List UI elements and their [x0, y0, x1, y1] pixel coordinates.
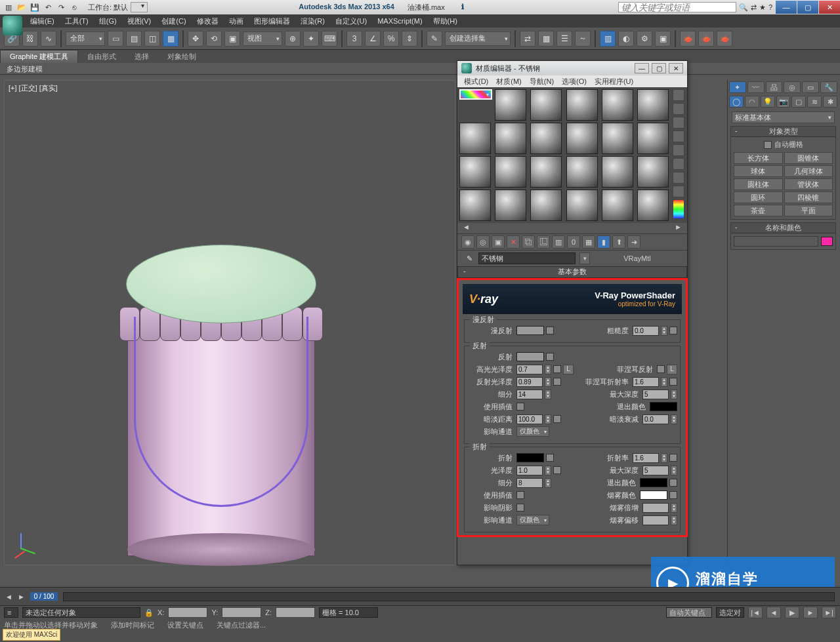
reset-mat-icon[interactable]: ✕ — [507, 235, 520, 249]
named-sel-edit-icon[interactable]: ✎ — [427, 31, 442, 47]
geometry-icon[interactable]: ◯ — [729, 96, 744, 108]
unlink-tool-icon[interactable]: ⛓ — [22, 31, 38, 47]
hl-gloss-map-slot[interactable] — [553, 365, 561, 373]
select-region-icon[interactable]: ◫ — [144, 31, 160, 47]
material-slot[interactable] — [495, 156, 526, 188]
material-slot[interactable] — [566, 89, 598, 121]
layers-icon[interactable]: ☰ — [556, 31, 572, 47]
prim-geosphere[interactable]: 几何球体 — [784, 165, 833, 177]
help-icon[interactable]: ? — [768, 3, 772, 12]
rollup-basic-params[interactable]: 基本参数 — [457, 266, 687, 278]
lock-selection-icon[interactable]: 🔒 — [144, 609, 154, 617]
pick-mat-icon[interactable]: ✎ — [464, 253, 474, 264]
close-button[interactable]: ✕ — [819, 1, 840, 14]
systems-icon[interactable]: ✱ — [823, 96, 837, 108]
prim-box[interactable]: 长方体 — [734, 152, 783, 164]
select-by-mat-icon[interactable] — [673, 186, 684, 197]
star-icon[interactable]: ★ — [759, 3, 766, 12]
exit-color-swatch[interactable] — [650, 402, 677, 411]
motion-panel-icon[interactable]: ◎ — [784, 81, 801, 93]
material-type-button[interactable]: VRayMtl — [594, 254, 681, 262]
show-map-icon[interactable]: ▦ — [582, 235, 595, 249]
y-field[interactable] — [222, 607, 261, 618]
material-slot[interactable] — [530, 89, 562, 121]
prim-pyramid[interactable]: 四棱锥 — [784, 191, 833, 203]
render-prod-icon[interactable]: 🫖 — [680, 31, 696, 47]
uv-tile-icon[interactable] — [673, 130, 684, 142]
rmaxdepth-spinner[interactable]: 5 — [642, 466, 669, 475]
z-field[interactable] — [276, 607, 315, 618]
go-sibling-icon[interactable]: ➜ — [627, 235, 640, 249]
prim-tube[interactable]: 管状体 — [784, 178, 833, 190]
menu-edit[interactable]: 编辑(E) — [25, 16, 60, 26]
refl-gloss-map-slot[interactable] — [553, 378, 561, 386]
modify-panel-icon[interactable]: 〰 — [747, 81, 765, 93]
hierarchy-panel-icon[interactable]: 品 — [766, 81, 783, 93]
dimdist-spinner[interactable]: 100.0 — [516, 414, 543, 424]
object-color-swatch[interactable] — [821, 237, 833, 246]
shadow-checkbox[interactable] — [516, 504, 524, 512]
prim-teapot[interactable]: 茶壶 — [734, 205, 783, 216]
menu-help[interactable]: 帮助(H) — [428, 16, 463, 26]
material-slot[interactable] — [459, 89, 492, 100]
viewport[interactable]: [+] [正交] [真实] — [4, 80, 455, 565]
tab-select[interactable]: 选择 — [125, 50, 158, 63]
pivot-icon[interactable]: ⊕ — [285, 31, 301, 47]
refl-gloss-spinner[interactable]: 0.89 — [516, 377, 543, 387]
interp-checkbox[interactable] — [516, 403, 524, 411]
goto-start-icon[interactable]: |◄ — [748, 607, 763, 618]
menu-animation[interactable]: 动画 — [224, 16, 249, 26]
save-icon[interactable]: 💾 — [29, 1, 41, 13]
helpers-icon[interactable]: ▢ — [791, 96, 806, 108]
fresnel-ior-map-slot[interactable] — [669, 378, 677, 386]
align-icon[interactable]: ▦ — [538, 31, 554, 47]
material-slot[interactable] — [602, 123, 633, 154]
cameras-icon[interactable]: 📷 — [776, 96, 791, 108]
matmenu-material[interactable]: 材质(M) — [494, 77, 524, 87]
roughness-map-slot[interactable] — [669, 327, 677, 334]
make-copy-icon[interactable]: ⿻ — [522, 235, 535, 249]
menu-tools[interactable]: 工具(T) — [60, 16, 94, 26]
rsubdiv-spinner[interactable]: 8 — [516, 478, 543, 488]
prim-cone[interactable]: 圆锥体 — [784, 152, 833, 164]
rollup-name-color-title[interactable]: 名称和颜色 — [731, 223, 835, 233]
reflect-color-swatch[interactable] — [516, 352, 544, 361]
options-icon[interactable] — [673, 172, 684, 184]
refract-color-swatch[interactable] — [516, 453, 544, 462]
prim-sphere[interactable]: 球体 — [734, 165, 783, 177]
create-panel-icon[interactable]: ✦ — [729, 81, 746, 93]
material-name-input[interactable] — [478, 252, 576, 264]
backlight-icon[interactable] — [673, 103, 684, 115]
select-icon[interactable]: ▭ — [108, 31, 123, 47]
material-editor-titlebar[interactable]: 材质编辑器 - 不锈钢 — ▢ ✕ — [457, 61, 687, 75]
matmenu-options[interactable]: 选项(O) — [559, 77, 589, 87]
go-parent-icon[interactable]: ⬆ — [612, 235, 625, 249]
get-mat-icon[interactable]: ◉ — [461, 235, 474, 249]
new-icon[interactable]: ▥ — [3, 1, 14, 13]
put-lib-icon[interactable]: ▥ — [552, 235, 565, 249]
refract-map-slot[interactable] — [546, 454, 554, 462]
mat-map-nav-icon[interactable] — [673, 199, 684, 219]
menu-modifiers[interactable]: 修改器 — [192, 16, 224, 26]
subdiv-spinner[interactable]: 14 — [516, 390, 543, 399]
timeline-next-icon[interactable]: ► — [18, 593, 25, 601]
utilities-panel-icon[interactable]: 🔧 — [820, 81, 837, 93]
prim-plane[interactable]: 平面 — [784, 205, 833, 216]
mat-maximize-button[interactable]: ▢ — [652, 63, 666, 73]
curve-editor-icon[interactable]: ～ — [575, 31, 591, 47]
material-editor-icon[interactable]: ◐ — [618, 31, 634, 47]
viewport-label[interactable]: [+] [正交] [真实] — [9, 83, 58, 93]
rinterp-checkbox[interactable] — [516, 491, 524, 499]
maxdepth-spinner[interactable]: 5 — [642, 390, 669, 399]
tab-graphite[interactable]: Graphite 建模工具 — [0, 50, 78, 63]
matmenu-mode[interactable]: 模式(D) — [461, 77, 491, 87]
fresnel-lock-button[interactable]: L — [667, 365, 677, 374]
infocenter-icon[interactable]: ℹ — [458, 3, 467, 12]
ior-spinner[interactable]: 1.6 — [633, 453, 659, 463]
material-slot[interactable] — [530, 123, 562, 154]
menu-maxscript[interactable]: MAXScript(M) — [372, 17, 427, 25]
keyfilter-button[interactable]: 关键点过滤器... — [217, 620, 266, 630]
percent-snap-icon[interactable]: % — [383, 31, 399, 47]
dimdist-checkbox[interactable] — [553, 415, 561, 423]
rexit-checkbox[interactable] — [669, 479, 677, 487]
